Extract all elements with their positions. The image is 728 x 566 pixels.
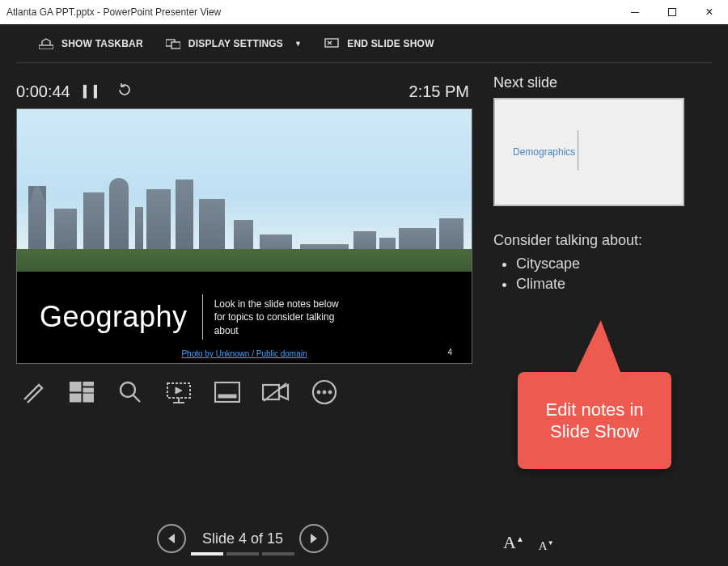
notes-item: Climate [516, 274, 712, 294]
taskbar-icon [39, 38, 53, 49]
notes-font-size-controls: A▲ A▼ [503, 532, 554, 553]
current-slide[interactable]: Geography Look in the slide notes below … [16, 108, 472, 364]
see-all-slides-button[interactable] [68, 378, 95, 406]
decrease-font-button[interactable]: A▼ [539, 539, 554, 553]
current-slide-panel: 0:00:44 ▍▍ 2:15 PM [0, 63, 485, 566]
slide-progress-bar [191, 552, 294, 555]
clock-time: 2:15 PM [409, 82, 469, 101]
slide-number: 4 [447, 348, 452, 357]
close-button[interactable]: × [691, 0, 728, 24]
svg-rect-6 [70, 382, 81, 391]
svg-line-12 [133, 395, 140, 402]
notes-item: Cityscape [516, 254, 712, 274]
notes-heading: Consider talking about: [493, 230, 712, 251]
photo-credit-link[interactable]: Photo by Unknown / Public domain [17, 349, 472, 358]
svg-point-23 [317, 391, 320, 394]
end-slide-show-label: END SLIDE SHOW [347, 38, 434, 49]
presenter-tools [16, 378, 472, 406]
end-show-icon [324, 38, 339, 49]
svg-rect-3 [325, 39, 338, 47]
display-settings-button[interactable]: DISPLAY SETTINGS ▼ [166, 38, 302, 49]
maximize-button[interactable] [654, 0, 691, 24]
svg-rect-7 [83, 382, 94, 386]
show-taskbar-label: SHOW TASKBAR [61, 38, 143, 49]
annotation-callout: Edit notes in Slide Show [518, 372, 671, 469]
svg-rect-2 [171, 42, 180, 49]
right-panel: Next slide Demographics Consider talking… [485, 63, 728, 566]
pause-timer-button[interactable]: ▍▍ [83, 85, 104, 98]
subtitles-button[interactable] [214, 378, 241, 406]
end-slide-show-button[interactable]: END SLIDE SHOW [324, 38, 434, 49]
svg-point-11 [121, 382, 135, 397]
pen-tool-button[interactable] [19, 378, 47, 406]
show-taskbar-button[interactable]: SHOW TASKBAR [39, 38, 143, 49]
slide-title: Geography [40, 300, 188, 334]
title-bar: Atlanta GA PPT.pptx - PowerPoint Present… [0, 0, 728, 24]
slide-subtitle: Look in the slide notes below for topics… [214, 298, 344, 337]
svg-rect-18 [218, 395, 236, 398]
display-settings-label: DISPLAY SETTINGS [188, 38, 283, 49]
next-slide-thumbnail[interactable]: Demographics [493, 98, 684, 206]
slide-nav: Slide 4 of 15 [0, 524, 485, 553]
svg-rect-10 [83, 394, 94, 402]
display-settings-icon [166, 38, 180, 49]
next-slide-button[interactable] [299, 524, 328, 553]
zoom-button[interactable] [116, 378, 144, 406]
previous-slide-button[interactable] [157, 524, 186, 553]
svg-rect-0 [39, 45, 53, 49]
svg-marker-16 [176, 387, 182, 394]
main-area: 0:00:44 ▍▍ 2:15 PM [0, 63, 728, 566]
next-slide-label: Next slide [493, 74, 712, 91]
next-slide-title: Demographics [513, 146, 575, 158]
svg-rect-8 [83, 388, 94, 392]
svg-point-25 [328, 391, 332, 394]
svg-rect-19 [263, 385, 279, 399]
chevron-down-icon: ▼ [294, 40, 302, 48]
window-controls: × [616, 0, 728, 24]
presenter-toolbar: SHOW TASKBAR DISPLAY SETTINGS ▼ END SLID… [16, 24, 712, 63]
reset-timer-button[interactable] [117, 82, 132, 100]
more-options-button[interactable] [311, 378, 338, 406]
svg-rect-17 [215, 382, 239, 402]
elapsed-timer: 0:00:44 [16, 82, 70, 101]
svg-marker-26 [168, 534, 175, 543]
slide-counter[interactable]: Slide 4 of 15 [202, 530, 283, 547]
callout-text: Edit notes in Slide Show [531, 399, 658, 443]
minimize-button[interactable] [616, 0, 654, 24]
increase-font-button[interactable]: A▲ [503, 532, 524, 553]
svg-rect-9 [70, 394, 81, 402]
window-title: Atlanta GA PPT.pptx - PowerPoint Present… [6, 6, 221, 18]
svg-line-21 [264, 383, 286, 401]
speaker-notes[interactable]: Consider talking about: Cityscape Climat… [493, 230, 712, 295]
timer-row: 0:00:44 ▍▍ 2:15 PM [16, 79, 472, 103]
svg-point-24 [323, 391, 326, 394]
svg-marker-27 [311, 534, 317, 543]
black-screen-button[interactable] [165, 378, 193, 406]
camera-off-button[interactable] [262, 378, 290, 406]
